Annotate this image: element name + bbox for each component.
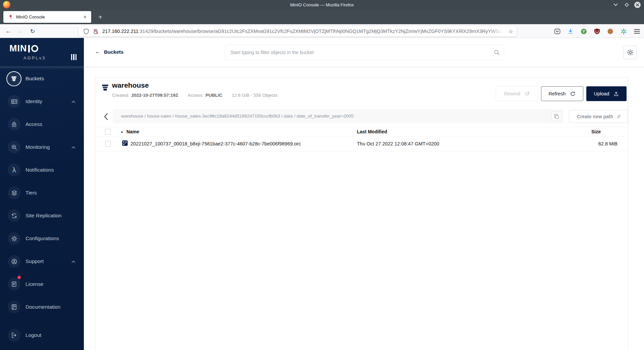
upload-button[interactable]: Upload — [586, 86, 627, 101]
sidebar-item-license[interactable]: License — [0, 273, 84, 296]
browser-back-button[interactable]: ← — [4, 27, 13, 36]
browser-tab-minio-console[interactable]: MinIO Console × — [3, 11, 91, 23]
object-name-cell: 20221027_100737_00018_b8xji-7581bae2-377… — [130, 141, 301, 146]
new-path-icon: :// — [616, 114, 620, 119]
sidebar-item-site-replication[interactable]: Site Replication — [0, 204, 84, 227]
browser-extension-icons — [554, 26, 640, 36]
minio-logo-text: MIN — [9, 43, 27, 54]
breadcrumb[interactable]: warehouse / house-sales / house_sales-3e… — [113, 109, 564, 123]
license-icon — [8, 278, 20, 291]
sidebar-item-buckets[interactable]: Buckets — [0, 67, 84, 90]
logout-icon — [8, 329, 20, 342]
object-search — [225, 45, 504, 60]
object-last-modified-cell: Thu Oct 27 2022 12:08:47 GMT+0200 — [357, 141, 439, 146]
chevron-up-icon — [71, 258, 75, 264]
extension-asterisk-icon[interactable] — [621, 28, 627, 35]
sidebar-collapse-button[interactable] — [71, 54, 77, 60]
browser-forward-button[interactable]: → — [16, 27, 25, 36]
screen: MinIO Console — Mozilla Firefox MinIO Co… — [0, 0, 644, 350]
sidebar-item-notifications[interactable]: λ Notifications — [0, 159, 84, 181]
object-size-cell: 62.8 MiB — [598, 141, 618, 146]
support-icon — [8, 255, 20, 268]
license-tag: AGPLv3 — [23, 55, 46, 60]
refresh-icon — [570, 91, 576, 97]
row-checkbox[interactable] — [105, 141, 111, 147]
settings-gear-button[interactable] — [624, 46, 637, 59]
tab-title: MinIO Console — [16, 14, 82, 19]
sidebar-item-monitoring[interactable]: Monitoring — [0, 136, 84, 159]
url-text: 217.160.222.211:31429/buckets/warehouse/… — [102, 29, 507, 34]
column-header-last-modified[interactable]: Last Modified — [357, 129, 387, 134]
object-filter-input[interactable] — [225, 45, 504, 60]
bucket-meta: Created:2022-10-27T09:57:19Z Access:PUBL… — [112, 93, 277, 98]
firefox-logo-icon — [3, 1, 10, 8]
chevron-left-icon — [104, 113, 108, 120]
sidebar-item-identity[interactable]: Identity — [0, 90, 84, 113]
url-path: :31429/buckets/warehouse/browse/aG91c2Ut… — [139, 29, 507, 34]
rewind-button[interactable]: Rewind ↺ — [496, 86, 538, 101]
identity-icon — [8, 95, 20, 108]
bucket-summary: 12.6 GiB - 558 Objects — [232, 93, 278, 98]
breadcrumb-bar: warehouse / house-sales / house_sales-3e… — [113, 109, 564, 123]
minio-logo-i-bar — [28, 45, 30, 52]
lambda-icon: λ — [8, 164, 20, 176]
extension-green-icon[interactable] — [581, 28, 587, 35]
tiers-icon — [8, 186, 20, 199]
sidebar-item-tiers[interactable]: Tiers — [0, 181, 84, 204]
table-header: ▲ Name Last Modified Size — [95, 127, 628, 136]
window-titlebar: MinIO Console — Mozilla Firefox — [0, 0, 644, 9]
sidebar-item-logout[interactable]: Logout — [0, 324, 84, 347]
cookie-extension-icon[interactable] — [607, 28, 613, 35]
window-minimize-icon[interactable] — [612, 1, 619, 8]
sidebar-item-configurations[interactable]: Configurations — [0, 227, 84, 250]
breadcrumb-back-button[interactable] — [99, 110, 112, 123]
tab-close-icon[interactable]: × — [82, 14, 88, 20]
window-controls — [612, 0, 641, 9]
sidebar-item-access[interactable]: Access — [0, 113, 84, 136]
browser-reload-button[interactable]: ↻ — [28, 27, 37, 36]
downloads-icon[interactable] — [568, 28, 574, 35]
buckets-back-link[interactable]: ← Buckets — [95, 49, 123, 55]
gear-icon — [8, 232, 20, 245]
insecure-lock-icon — [93, 29, 98, 34]
access-value: PUBLIC — [206, 93, 222, 98]
url-fade — [489, 26, 507, 36]
license-badge-dot — [17, 276, 21, 279]
column-header-name[interactable]: ▲ Name — [120, 129, 139, 134]
search-icon — [494, 49, 500, 57]
refresh-button[interactable]: Refresh — [541, 86, 583, 101]
bookmark-star-icon[interactable]: ☆ — [508, 28, 513, 35]
monitoring-icon — [8, 141, 20, 154]
browser-tab-bar: MinIO Console × + — [0, 9, 644, 24]
copy-path-button[interactable] — [551, 112, 561, 121]
buckets-icon — [6, 71, 21, 86]
access-icon — [8, 118, 20, 131]
site-replication-icon — [8, 209, 20, 222]
create-new-path-button[interactable]: Create new path :// — [569, 110, 628, 123]
column-header-size[interactable]: Size — [591, 129, 601, 134]
sidebar-item-documentation[interactable]: Documentation — [0, 296, 84, 318]
sidebar: MIN AGPLv3 Buckets Identity — [0, 38, 84, 350]
objects-table: ▲ Name Last Modified Size 20221027_10073… — [95, 127, 628, 151]
bucket-actions: Rewind ↺ Refresh Upload — [496, 86, 627, 101]
bucket-panel: warehouse Created:2022-10-27T09:57:19Z A… — [95, 77, 628, 350]
menu-hamburger-icon[interactable] — [634, 29, 640, 34]
browser-navbar: ← → ↻ 217.160.222.211:31429/buckets/ware… — [0, 24, 644, 38]
minio-console-app: MIN AGPLv3 Buckets Identity — [0, 38, 644, 350]
main-content: ← Buckets warehouse — [84, 38, 644, 350]
rewind-icon: ↺ — [525, 90, 530, 97]
sidebar-item-support[interactable]: Support — [0, 250, 84, 273]
created-label: Created: — [112, 93, 129, 98]
select-all-checkbox[interactable] — [105, 129, 111, 135]
minio-logo-o-ring — [31, 45, 38, 52]
copy-icon — [554, 114, 559, 119]
minio-logo: MIN — [9, 43, 38, 54]
ublock-shield-icon[interactable] — [594, 28, 600, 35]
pocket-icon[interactable] — [554, 28, 560, 35]
chevron-up-icon — [71, 98, 75, 104]
table-row[interactable]: 20221027_100737_00018_b8xji-7581bae2-377… — [95, 136, 628, 151]
window-close-icon[interactable] — [634, 2, 641, 8]
url-bar[interactable]: 217.160.222.211:31429/buckets/warehouse/… — [79, 26, 517, 36]
new-tab-button[interactable]: + — [96, 13, 105, 21]
window-maximize-icon[interactable] — [623, 1, 630, 8]
